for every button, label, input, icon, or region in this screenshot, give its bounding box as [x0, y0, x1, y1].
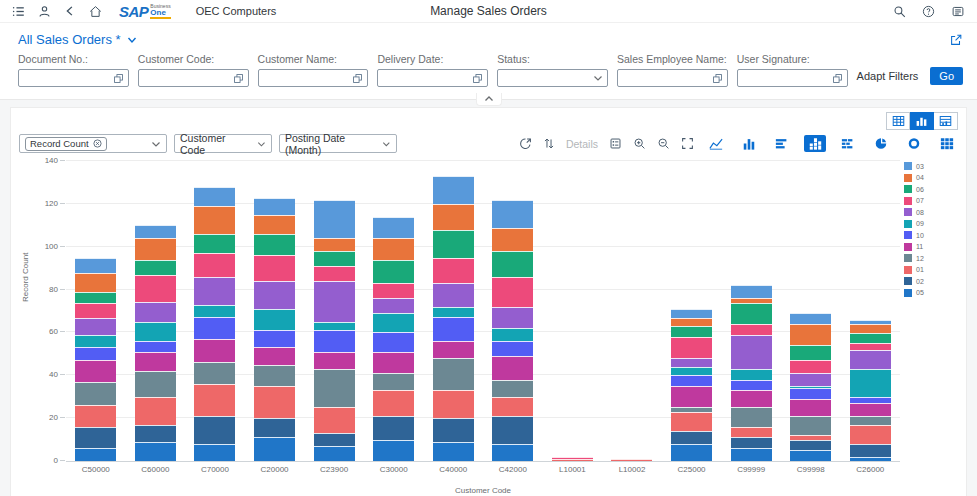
bar-segment-10[interactable]	[731, 380, 772, 391]
bar-segment-11[interactable]	[492, 356, 533, 380]
table-chart-view-icon[interactable]	[934, 112, 958, 130]
bar-segment-04[interactable]	[194, 206, 235, 234]
bar-segment-11[interactable]	[194, 339, 235, 363]
stacked-bar-chart-icon[interactable]	[837, 135, 859, 152]
bar-segment-09[interactable]	[314, 322, 355, 331]
bar-segment-03[interactable]	[254, 198, 295, 215]
bar-segment-09[interactable]	[194, 305, 235, 318]
bar-segment-08[interactable]	[373, 298, 414, 313]
bar-segment-02[interactable]	[850, 444, 891, 457]
zoom-out-icon[interactable]	[657, 137, 670, 150]
dimension1-combobox[interactable]: Customer Code	[174, 134, 272, 153]
bar-segment-06[interactable]	[492, 251, 533, 277]
bar-segment-01[interactable]	[671, 412, 712, 431]
bar-segment-11[interactable]	[75, 360, 116, 381]
bar-segment-02[interactable]	[731, 437, 772, 448]
go-button[interactable]: Go	[930, 67, 963, 85]
bar-segment-03[interactable]	[790, 313, 831, 324]
bar-segment-06[interactable]	[194, 234, 235, 253]
bar-segment-12[interactable]	[373, 373, 414, 390]
bar-segment-02[interactable]	[790, 440, 831, 451]
bar-segment-07[interactable]	[492, 277, 533, 307]
bar-segment-02[interactable]	[194, 416, 235, 444]
user-icon[interactable]	[38, 5, 51, 18]
bar-segment-02[interactable]	[373, 416, 414, 440]
bar-segment-06[interactable]	[75, 292, 116, 303]
bar-segment-12[interactable]	[433, 358, 474, 390]
bar-segment-06[interactable]	[850, 333, 891, 344]
value-help-icon[interactable]	[712, 73, 723, 84]
bar-segment-03[interactable]	[75, 258, 116, 273]
bar-segment-04[interactable]	[373, 238, 414, 259]
bar-segment-10[interactable]	[254, 330, 295, 347]
bar-segment-07[interactable]	[135, 275, 176, 303]
bar-chart-icon[interactable]	[771, 135, 793, 152]
bar-segment-09[interactable]	[433, 307, 474, 318]
bar-segment-01[interactable]	[314, 407, 355, 433]
status-select[interactable]	[497, 69, 608, 87]
bar-segment-01[interactable]	[433, 390, 474, 418]
adapt-filters-button[interactable]: Adapt Filters	[857, 70, 919, 82]
bar-segment-02[interactable]	[492, 416, 533, 444]
sort-icon[interactable]	[543, 137, 555, 150]
bar-segment-11[interactable]	[373, 352, 414, 373]
help-icon[interactable]	[922, 5, 935, 18]
bar-segment-02[interactable]	[433, 418, 474, 442]
details-button[interactable]: Details	[566, 138, 598, 150]
bar-segment-10[interactable]	[433, 317, 474, 341]
bar-segment-06[interactable]	[790, 345, 831, 360]
bar-segment-12[interactable]	[790, 416, 831, 435]
bar-segment-12[interactable]	[75, 382, 116, 406]
bar-segment-07[interactable]	[731, 324, 772, 335]
bar-segment-08[interactable]	[433, 283, 474, 307]
bar-segment-06[interactable]	[373, 260, 414, 284]
legend-item-07[interactable]: 07	[904, 197, 956, 205]
bar-segment-03[interactable]	[135, 225, 176, 238]
bar-segment-03[interactable]	[314, 200, 355, 239]
bar-segment-03[interactable]	[433, 176, 474, 204]
drill-icon[interactable]	[519, 137, 532, 150]
bar-segment-10[interactable]	[492, 341, 533, 356]
bar-segment-05[interactable]	[314, 446, 355, 461]
bar-segment-01[interactable]	[194, 384, 235, 416]
bar-segment-04[interactable]	[75, 273, 116, 292]
bar-segment-06[interactable]	[314, 251, 355, 266]
share-icon[interactable]	[949, 33, 963, 47]
bar-segment-09[interactable]	[731, 369, 772, 380]
legend-item-05[interactable]: 05	[904, 289, 956, 297]
bar-segment-12[interactable]	[731, 407, 772, 426]
bar-segment-09[interactable]	[850, 369, 891, 397]
bar-segment-04[interactable]	[790, 324, 831, 345]
bar-segment-08[interactable]	[671, 358, 712, 367]
remove-token-icon[interactable]	[93, 139, 102, 148]
legend-icon[interactable]	[609, 137, 622, 150]
legend-item-12[interactable]: 12	[904, 254, 956, 262]
bar-segment-12[interactable]	[314, 369, 355, 408]
bar-segment-01[interactable]	[254, 386, 295, 418]
bar-segment-05[interactable]	[731, 448, 772, 461]
bar-segment-08[interactable]	[314, 281, 355, 322]
measure-combobox[interactable]: Record Count	[19, 134, 167, 153]
bar-segment-12[interactable]	[254, 365, 295, 386]
home-icon[interactable]	[89, 5, 102, 18]
legend-item-02[interactable]: 02	[904, 277, 956, 285]
legend-item-04[interactable]: 04	[904, 174, 956, 182]
value-help-icon[interactable]	[832, 73, 843, 84]
bar-segment-11[interactable]	[433, 341, 474, 358]
bar-segment-01[interactable]	[850, 425, 891, 444]
customer-code-input[interactable]	[138, 69, 249, 87]
bar-segment-11[interactable]	[671, 386, 712, 407]
bar-segment-11[interactable]	[254, 347, 295, 364]
bar-segment-07[interactable]	[194, 253, 235, 277]
bar-segment-05[interactable]	[671, 444, 712, 461]
bar-segment-12[interactable]	[194, 362, 235, 383]
measure-token[interactable]: Record Count	[25, 137, 107, 151]
bar-segment-04[interactable]	[433, 204, 474, 230]
value-help-icon[interactable]	[472, 73, 483, 84]
donut-chart-icon[interactable]	[903, 135, 925, 152]
collapse-header-button[interactable]	[476, 93, 502, 106]
chart-view-icon[interactable]	[910, 112, 934, 130]
bar-segment-08[interactable]	[194, 277, 235, 305]
bar-segment-01[interactable]	[492, 397, 533, 416]
bar-segment-06[interactable]	[135, 260, 176, 275]
